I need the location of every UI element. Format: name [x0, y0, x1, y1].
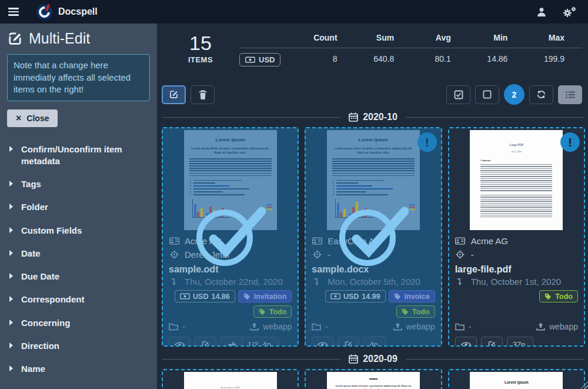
- item-card-preview-3[interactable]: Lorem ipsum Lorem ipsum dolor sit amet, …: [448, 369, 585, 389]
- upload-icon: [393, 322, 402, 331]
- eye-icon: [175, 341, 185, 347]
- docspell-logo-icon: [36, 4, 52, 20]
- page-count-label: 37p.: [507, 337, 533, 347]
- invert-selection-button[interactable]: [529, 85, 553, 104]
- document-preview: Lorem ipsum dolor sit amet, consectetur …: [306, 370, 440, 389]
- group-date-label: 2020-09: [363, 354, 397, 364]
- crosshair-icon: [455, 250, 466, 259]
- menu-icon[interactable]: [0, 0, 27, 24]
- folder-icon: [312, 323, 321, 331]
- stats-header-avg: Avg: [412, 28, 469, 48]
- money-bill-icon: [330, 293, 340, 300]
- money-bill-icon: [180, 293, 190, 300]
- preview-button[interactable]: [312, 337, 333, 347]
- currency-stats-table: Count Sum Avg Min Max USD 8 640.8 80.1 1…: [239, 28, 582, 67]
- delete-button[interactable]: [191, 85, 215, 104]
- tag-badge-todo[interactable]: Todo: [253, 305, 292, 318]
- tag-icon: [402, 308, 409, 315]
- accordion-item-tags[interactable]: Tags: [0, 173, 157, 196]
- date-group-header: 2020-10: [162, 112, 584, 122]
- item-badges: USD14.86 Invitation Todo: [169, 290, 292, 321]
- accordion-item-correspondent[interactable]: Correspondent: [0, 288, 157, 311]
- accordion-item-custom-fields[interactable]: Custom Fields: [0, 219, 157, 242]
- caret-right-icon: [9, 320, 13, 325]
- multi-edit-toggle-button[interactable]: [162, 85, 186, 104]
- address-card-icon: [169, 237, 179, 245]
- sidebar-title: Multi-Edit: [29, 30, 90, 47]
- caret-right-icon: [9, 343, 13, 348]
- empty-square-icon: [483, 90, 492, 99]
- tag-icon: [394, 293, 401, 300]
- check-square-icon: [454, 90, 463, 99]
- multi-edit-note: Note that a change here immediatly affec…: [7, 54, 150, 101]
- accordion-item-folder[interactable]: Folder: [0, 196, 157, 219]
- stats-value-count: 8: [298, 48, 355, 67]
- next-attachment-button[interactable]: [220, 337, 242, 347]
- stats-header-min: Min: [469, 28, 526, 48]
- money-bill-icon: [245, 56, 255, 63]
- item-card-preview-2[interactable]: Lorem ipsum dolor sit amet, consectetur …: [305, 369, 442, 389]
- edit-item-button[interactable]: [338, 337, 359, 347]
- accordion-item-confirm[interactable]: Confirm/Unconfirm item metadata: [0, 138, 157, 173]
- folder-icon: [169, 323, 178, 331]
- stats-value-max: 199.9: [525, 48, 582, 67]
- item-card-preview-1[interactable]: Keywords in PDF v1: [162, 369, 299, 389]
- accordion-item-name[interactable]: Name: [0, 358, 157, 381]
- item-date-line: Mon, October 5th, 2020: [312, 277, 435, 287]
- view-menu-button[interactable]: [558, 85, 582, 104]
- close-icon: ×: [16, 114, 21, 123]
- tag-badge-invoice[interactable]: Invoice: [389, 290, 435, 302]
- stats-value-avg: 80.1: [412, 48, 469, 67]
- item-card-large-file-pdf[interactable]: Large PDF Oct 1, 2020 Contents ! Acme AG…: [448, 127, 585, 347]
- tag-badge-invitation[interactable]: Invitation: [238, 290, 292, 302]
- item-name[interactable]: sample.odt: [169, 264, 292, 275]
- search-stats: 15 ITEMS Count Sum Avg Min Max USD 8 640…: [162, 28, 582, 67]
- item-card-sample-odt[interactable]: Lorem ipsum Lorem ipsum dolor sit amet, …: [162, 127, 299, 347]
- folder-value: -: [455, 322, 472, 331]
- page-count-label: 1/2, 4p.: [242, 337, 279, 347]
- item-card-sample-docx[interactable]: Lorem ipsum Lorem ipsum dolor sit amet, …: [305, 127, 442, 347]
- item-badges: USD14.99 Invoice Todo: [312, 290, 435, 321]
- edit-icon: [344, 340, 353, 347]
- amount-badge: USD14.99: [325, 290, 386, 302]
- accordion-item-direction[interactable]: Direction: [0, 334, 157, 357]
- address-card-icon: [312, 237, 322, 245]
- stats-header-sum: Sum: [355, 28, 412, 48]
- caret-right-icon: [9, 181, 13, 187]
- stats-header-count: Count: [298, 28, 355, 48]
- level-down-icon: [455, 278, 466, 286]
- select-all-button[interactable]: [446, 85, 470, 104]
- stats-value-min: 14.86: [469, 48, 526, 67]
- preview-button[interactable]: [455, 337, 477, 347]
- item-list-area: 15 ITEMS Count Sum Avg Min Max USD 8 640…: [157, 24, 588, 389]
- accordion-item-date[interactable]: Date: [0, 242, 157, 265]
- upload-icon: [536, 322, 545, 331]
- items-count-label: ITEMS: [162, 55, 239, 64]
- app-brand[interactable]: Docspell: [36, 4, 98, 20]
- edit-item-button[interactable]: [481, 337, 503, 347]
- app-title: Docspell: [58, 6, 98, 17]
- edit-icon: [169, 89, 179, 99]
- list-icon: [566, 91, 575, 99]
- folder-value: -: [169, 322, 185, 331]
- accordion-item-concerning[interactable]: Concerning: [0, 311, 157, 334]
- caret-right-icon: [9, 273, 13, 279]
- user-icon[interactable]: [537, 7, 546, 16]
- address-card-icon: [455, 237, 466, 245]
- accordion-item-due-date[interactable]: Due Date: [0, 265, 157, 288]
- document-preview: Keywords in PDF v1: [163, 370, 298, 389]
- item-name[interactable]: large-file.pdf: [455, 264, 578, 275]
- settings-gears-icon[interactable]: [563, 6, 576, 18]
- caret-right-icon: [9, 296, 13, 302]
- edit-item-button[interactable]: [195, 337, 216, 347]
- close-button[interactable]: × Close: [7, 109, 58, 127]
- item-name[interactable]: sample.docx: [312, 264, 435, 275]
- tag-badge-todo[interactable]: Todo: [539, 290, 578, 302]
- folder-icon: [455, 323, 465, 331]
- tag-badge-todo[interactable]: Todo: [396, 305, 435, 318]
- upload-icon: [250, 322, 259, 331]
- deselect-all-button[interactable]: [475, 85, 499, 104]
- selected-count-badge[interactable]: 2: [504, 84, 524, 105]
- crosshair-icon: [312, 250, 322, 259]
- preview-button[interactable]: [169, 337, 191, 347]
